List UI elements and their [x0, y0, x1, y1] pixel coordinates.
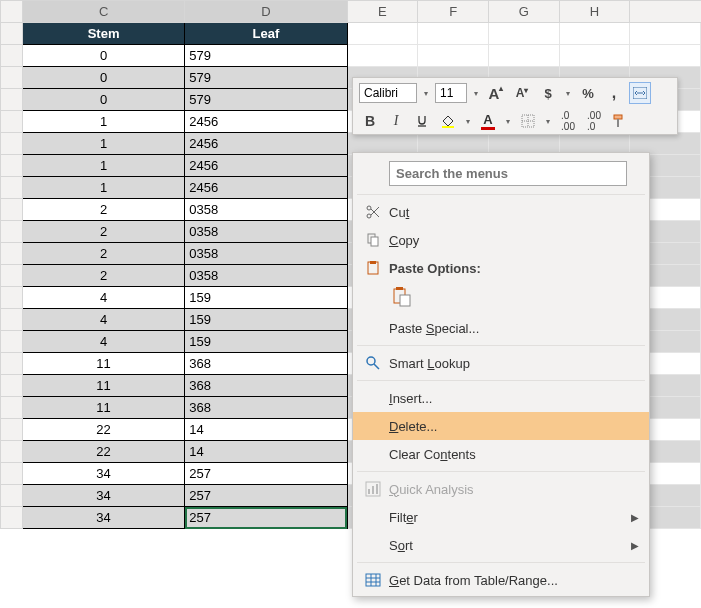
stem-cell[interactable]: 0 [22, 45, 184, 67]
menu-insert[interactable]: Insert... [353, 384, 649, 412]
leaf-cell[interactable]: 159 [185, 309, 347, 331]
stem-cell[interactable]: 22 [22, 441, 184, 463]
leaf-cell[interactable]: 257 [185, 507, 347, 529]
leaf-cell[interactable]: 0358 [185, 199, 347, 221]
leaf-cell[interactable]: 579 [185, 45, 347, 67]
col-header-c[interactable]: C [22, 1, 184, 23]
format-painter-button[interactable] [609, 110, 631, 132]
fontcolor-dd[interactable]: ▾ [503, 117, 513, 126]
row-header[interactable] [1, 419, 23, 441]
menu-clear-contents[interactable]: Clear Contents [353, 440, 649, 468]
leaf-cell[interactable]: 2456 [185, 177, 347, 199]
leaf-cell[interactable]: 368 [185, 353, 347, 375]
stem-cell[interactable]: 11 [22, 353, 184, 375]
leaf-cell[interactable]: 0358 [185, 243, 347, 265]
row-header[interactable] [1, 155, 23, 177]
leaf-cell[interactable]: 257 [185, 485, 347, 507]
row-header[interactable] [1, 23, 23, 45]
row-header[interactable] [1, 463, 23, 485]
stem-cell[interactable]: 22 [22, 419, 184, 441]
increase-font-button[interactable]: A▴ [485, 82, 507, 104]
leaf-cell[interactable]: 2456 [185, 133, 347, 155]
fill-color-button[interactable] [437, 110, 459, 132]
stem-cell[interactable]: 4 [22, 309, 184, 331]
row-header[interactable] [1, 287, 23, 309]
row-header[interactable] [1, 111, 23, 133]
stem-cell[interactable]: 0 [22, 89, 184, 111]
row-header[interactable] [1, 67, 23, 89]
row-header[interactable] [1, 485, 23, 507]
menu-cut[interactable]: Cut [353, 198, 649, 226]
row-header[interactable] [1, 375, 23, 397]
stem-cell[interactable]: 1 [22, 177, 184, 199]
font-size-dropdown-icon[interactable]: ▾ [471, 89, 481, 98]
stem-cell[interactable]: 34 [22, 507, 184, 529]
menu-smart-lookup[interactable]: Smart Lookup [353, 349, 649, 377]
borders-button[interactable] [517, 110, 539, 132]
row-header[interactable] [1, 441, 23, 463]
leaf-cell[interactable]: 579 [185, 67, 347, 89]
menu-filter[interactable]: Filter ▶ [353, 503, 649, 531]
row-header[interactable] [1, 309, 23, 331]
leaf-cell[interactable]: 2456 [185, 111, 347, 133]
comma-format-button[interactable]: , [603, 82, 625, 104]
menu-sort[interactable]: Sort ▶ [353, 531, 649, 559]
fill-dd[interactable]: ▾ [463, 117, 473, 126]
font-name-dropdown-icon[interactable]: ▾ [421, 89, 431, 98]
row-header[interactable] [1, 89, 23, 111]
font-size-input[interactable] [435, 83, 467, 103]
row-header[interactable] [1, 331, 23, 353]
leaf-cell[interactable]: 579 [185, 89, 347, 111]
col-header-g[interactable]: G [488, 1, 559, 23]
leaf-cell[interactable]: 159 [185, 287, 347, 309]
corner-cell[interactable] [1, 1, 23, 23]
paste-option-default[interactable] [389, 284, 415, 310]
menu-paste-special[interactable]: Paste Special... [353, 314, 649, 342]
stem-cell[interactable]: 4 [22, 331, 184, 353]
col-header-d[interactable]: D [185, 1, 347, 23]
leaf-cell[interactable]: 14 [185, 419, 347, 441]
menu-delete[interactable]: Delete... [353, 412, 649, 440]
stem-cell[interactable]: 11 [22, 397, 184, 419]
menu-copy[interactable]: Copy [353, 226, 649, 254]
leaf-cell[interactable]: 2456 [185, 155, 347, 177]
merge-center-button[interactable] [629, 82, 651, 104]
row-header[interactable] [1, 353, 23, 375]
leaf-cell[interactable]: 368 [185, 375, 347, 397]
row-header[interactable] [1, 177, 23, 199]
decrease-decimal-button[interactable]: .00.0 [583, 110, 605, 132]
row-header[interactable] [1, 265, 23, 287]
decrease-font-button[interactable]: A▾ [511, 82, 533, 104]
font-name-input[interactable] [359, 83, 417, 103]
accounting-dd[interactable]: ▾ [563, 89, 573, 98]
row-header[interactable] [1, 243, 23, 265]
italic-button[interactable]: I [385, 110, 407, 132]
col-header-h[interactable]: H [559, 1, 630, 23]
row-header[interactable] [1, 45, 23, 67]
leaf-cell[interactable]: 0358 [185, 221, 347, 243]
bold-button[interactable]: B [359, 110, 381, 132]
increase-decimal-button[interactable]: .0.00 [557, 110, 579, 132]
leaf-cell[interactable]: 0358 [185, 265, 347, 287]
stem-cell[interactable]: 2 [22, 265, 184, 287]
accounting-format-button[interactable]: $ [537, 82, 559, 104]
borders-dd[interactable]: ▾ [543, 117, 553, 126]
leaf-cell[interactable]: 368 [185, 397, 347, 419]
row-header[interactable] [1, 133, 23, 155]
underline-button[interactable] [411, 110, 433, 132]
stem-cell[interactable]: 4 [22, 287, 184, 309]
stem-cell[interactable]: 1 [22, 155, 184, 177]
header-leaf[interactable]: Leaf [185, 23, 347, 45]
row-header[interactable] [1, 199, 23, 221]
leaf-cell[interactable]: 159 [185, 331, 347, 353]
menu-get-data[interactable]: Get Data from Table/Range... [353, 566, 649, 594]
stem-cell[interactable]: 2 [22, 199, 184, 221]
leaf-cell[interactable]: 14 [185, 441, 347, 463]
percent-format-button[interactable]: % [577, 82, 599, 104]
stem-cell[interactable]: 2 [22, 221, 184, 243]
stem-cell[interactable]: 11 [22, 375, 184, 397]
stem-cell[interactable]: 1 [22, 133, 184, 155]
row-header[interactable] [1, 397, 23, 419]
header-stem[interactable]: Stem [22, 23, 184, 45]
font-color-button[interactable]: A [477, 110, 499, 132]
